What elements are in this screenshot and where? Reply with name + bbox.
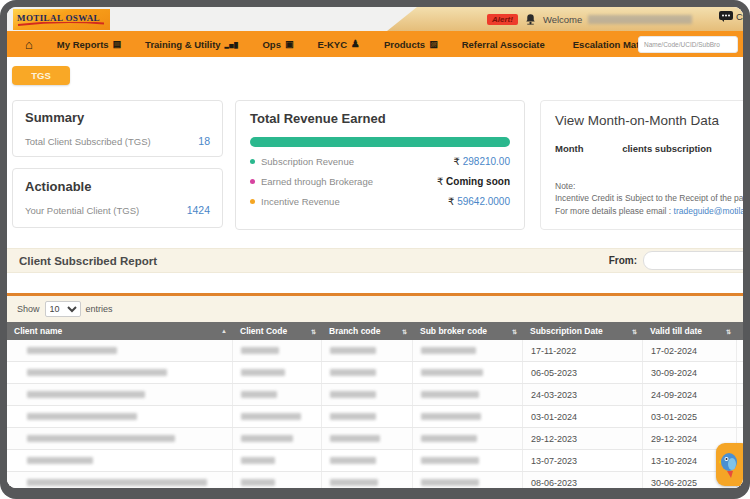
sort-icon[interactable]: ⇅ [402,328,406,335]
client-name-cell [7,362,233,383]
subscription-date-cell: 17-11-2022 [523,340,643,361]
from-date-input[interactable] [643,251,743,270]
redacted-sub-broker-code [421,457,479,464]
from-date-group: From: [609,251,743,270]
column-label: Client name [14,326,62,336]
summary-metric-value[interactable]: 18 [198,135,210,147]
app-viewport: Motilal Oswal Alert! Welcome Chat [7,7,743,488]
nav-item[interactable] [21,38,33,51]
redacted-client-name [27,479,207,486]
column-header[interactable]: Client Code ⇅ [233,322,322,340]
subscription-revenue-value[interactable]: 298210.00 [463,156,510,167]
column-header[interactable]: Client name ▲ [7,322,233,340]
column-header[interactable]: P [737,322,743,340]
support-mascot-button[interactable] [716,443,743,486]
global-search-input[interactable] [638,36,738,53]
nav-item[interactable]: Ops [262,39,293,50]
partial-column-cell: 2 [737,340,743,361]
client-name-cell [7,472,233,488]
welcome-strip: Alert! Welcome Chat [387,7,743,31]
report-title: Client Subscribed Report [19,255,157,267]
partial-column-cell: 2 [737,384,743,405]
orange-dot-icon [250,199,255,204]
revenue-card: Total Revenue Earned Subscription Revenu… [235,100,525,230]
redacted-branch-code [330,369,376,376]
valid-till-date-cell: 17-02-2024 [643,340,737,361]
sort-icon[interactable]: ⇅ [726,328,730,335]
chat-button[interactable]: Chat [719,11,743,22]
note-contact-prefix: For more details please email : [555,206,674,216]
mascot-icon [719,450,741,480]
reports-icon [113,39,122,49]
valid-till-date-cell: 03-01-2025 [643,406,737,427]
pink-dot-icon [250,179,255,184]
column-header[interactable]: Subscription Date ⇅ [523,322,643,340]
alert-badge[interactable]: Alert! [487,14,518,25]
nav-item[interactable]: E-KYC [317,39,360,50]
support-email-link[interactable]: tradeguide@motila [674,206,743,216]
nav-item-label: My Reports [57,39,109,50]
table-row: 24-03-2023 24-09-2024 2 [7,384,743,406]
branch-code-cell [322,406,413,427]
green-dot-icon [250,159,255,164]
redacted-branch-code [330,391,376,398]
brokerage-revenue-value: Coming soon [446,176,510,187]
valid-till-date-cell: 30-09-2024 [643,362,737,383]
client-name-cell [7,406,233,427]
branch-code-cell [322,450,413,471]
incentive-revenue-value[interactable]: 59642.0000 [457,196,510,207]
redacted-client-name [27,435,175,442]
topbar: Motilal Oswal Alert! Welcome Chat [7,7,743,31]
home-icon [25,38,33,51]
column-header[interactable]: Branch code ⇅ [322,322,413,340]
redacted-client-code [241,413,301,420]
sub-broker-code-cell [413,384,523,405]
table-body: 17-11-2022 17-02-2024 2 06-05-2023 30-09… [7,340,743,488]
redacted-client-name [27,413,137,420]
revenue-title: Total Revenue Earned [250,111,510,126]
brand-logo[interactable]: Motilal Oswal [13,9,110,30]
sort-icon[interactable]: ⇅ [632,328,636,335]
brokerage-revenue-row: Earned through Brokerage ₹ Coming soon [250,176,510,187]
column-label: Subscription Date [530,326,603,336]
redacted-sub-broker-code [421,479,479,486]
main-nav: My Reports Training & Utility Ops E-KYC [7,31,743,57]
sort-icon[interactable]: ⇅ [512,328,516,335]
partial-column-cell: 6 [737,362,743,383]
bell-icon[interactable] [524,13,537,26]
month-on-month-card: View Month-on-Month Data Month clients s… [540,100,743,230]
actionable-metric-label: Your Potential Client (TGS) [25,205,139,216]
subscription-date-cell: 13-07-2023 [523,450,643,471]
window-frame: Motilal Oswal Alert! Welcome Chat [0,0,750,499]
nav-item-label: E-KYC [317,39,347,50]
sort-icon[interactable]: ▲ [221,328,226,334]
sub-broker-code-cell [413,450,523,471]
redacted-client-name [27,457,93,464]
table-row: 29-12-2023 29-12-2024 2 [7,428,743,450]
client-code-cell [233,362,322,383]
actionable-metric-value[interactable]: 1424 [187,204,210,216]
brokerage-revenue-label: Earned through Brokerage [261,176,373,187]
page-size-select[interactable]: 10 [45,301,81,317]
client-code-cell [233,384,322,405]
sub-broker-code-cell [413,406,523,427]
tgs-tab[interactable]: TGS [12,66,70,85]
redacted-sub-broker-code [421,347,476,354]
subscription-date-cell: 08-06-2023 [523,472,643,488]
nav-item[interactable]: Referral Associate [462,39,549,50]
welcome-label: Welcome [543,14,582,25]
nav-item[interactable]: My Reports [57,39,121,50]
summary-card: Summary Total Client Subscribed (TGS) 18 [12,100,223,157]
redacted-client-name [27,391,145,398]
nav-item[interactable]: Products [384,39,438,50]
nav-item-label: Ops [262,39,280,50]
column-header[interactable]: Valid till date ⇅ [643,322,737,340]
redacted-sub-broker-code [421,391,479,398]
redacted-branch-code [330,347,376,354]
column-header[interactable]: Sub broker code ⇅ [413,322,523,340]
sort-icon[interactable]: ⇅ [311,328,315,335]
nav-item[interactable]: Training & Utility [145,39,238,50]
chat-icon [719,11,733,22]
show-entries-bar: Show 10 entries [7,296,743,323]
redacted-client-name [27,369,167,376]
